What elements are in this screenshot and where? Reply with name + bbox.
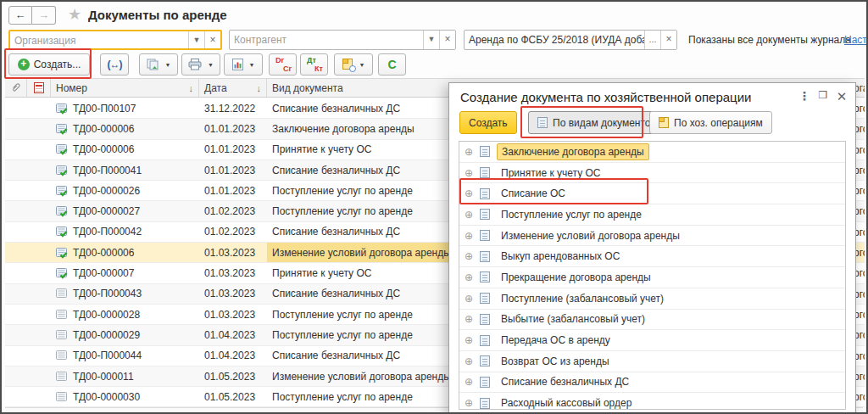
document-type-item[interactable]: ⊕Списание ОС <box>459 183 845 204</box>
document-sheet-icon <box>480 377 490 388</box>
dtkt-postings-button[interactable]: ДтКт <box>300 53 328 76</box>
expand-icon[interactable]: ⊕ <box>465 272 473 283</box>
organization-clear-icon[interactable]: × <box>204 31 220 48</box>
dialog-menu-icon[interactable]: ⋮ <box>798 89 811 103</box>
journal-filter[interactable]: Аренда по ФСБУ 25/2018 (ИУДА добавлен ..… <box>464 30 677 50</box>
contragent-dropdown-icon[interactable]: ▼ <box>423 31 439 49</box>
dtkt-icon: ДтКт <box>307 57 321 72</box>
dropdown-caret-icon: ▼ <box>359 62 365 68</box>
document-type-item[interactable]: ⊕Возврат ОС из аренды <box>459 351 845 372</box>
document-date: 01.03.2023 <box>199 284 267 304</box>
back-button[interactable]: ← <box>8 6 32 25</box>
document-type-item[interactable]: ⊕Расходный кассовый ордер <box>459 393 845 410</box>
by-document-types-toggle[interactable]: По видам документов <box>528 111 665 134</box>
dialog-close-icon[interactable]: ✕ <box>835 89 849 104</box>
attachment-cell <box>5 346 27 366</box>
expand-icon[interactable]: ⊕ <box>465 377 473 387</box>
expand-icon[interactable]: ⊕ <box>465 210 473 220</box>
number-column-header[interactable]: Номер ↓ <box>51 79 199 97</box>
document-date: 01.05.2023 <box>199 366 267 386</box>
expand-icon[interactable]: ⊕ <box>465 356 473 366</box>
document-type-label: Выкуп арендованных ОС <box>497 249 624 264</box>
attachment-column-header[interactable] <box>5 79 27 97</box>
document-types-tree: ⊕Заключение договора аренды⊕Принятие к у… <box>459 141 846 410</box>
state-cell <box>27 140 51 159</box>
document-date: 01.01.2023 <box>199 140 267 159</box>
expand-icon[interactable]: ⊕ <box>465 251 473 261</box>
expand-icon[interactable]: ⊕ <box>465 294 473 304</box>
state-cell <box>27 222 51 242</box>
expand-icon[interactable]: ⊕ <box>465 147 473 157</box>
document-type-label: Возврат ОС из аренды <box>497 354 613 369</box>
attachment-cell <box>5 387 27 406</box>
journal-more-icon[interactable]: ... <box>644 31 660 49</box>
document-register-button[interactable]: ▼ <box>334 53 373 76</box>
document-number: ТД00-000011 <box>73 371 134 383</box>
copy-documents-button[interactable]: ▼ <box>139 53 178 76</box>
attachment-cell <box>5 201 27 221</box>
create-button-label: Создать... <box>34 59 81 70</box>
favorite-star-icon[interactable]: ★ <box>68 5 81 24</box>
contragent-clear-icon[interactable]: × <box>439 31 455 49</box>
expand-icon[interactable]: ⊕ <box>465 314 473 324</box>
expand-icon[interactable]: ⊕ <box>465 398 473 408</box>
document-number: ТД00-0000028 <box>73 309 140 321</box>
expand-icon[interactable]: ⊕ <box>465 335 473 345</box>
dialog-create-label: Создать <box>469 117 508 129</box>
document-number: ТД00-0000026 <box>73 185 140 197</box>
document-type-item[interactable]: ⊕Прекращение договора аренды <box>459 267 845 288</box>
document-type-item[interactable]: ⊕Списание безналичных ДС <box>459 372 845 394</box>
document-type-item[interactable]: ⊕Заключение договора аренды <box>459 142 845 163</box>
attachment-cell <box>5 140 27 159</box>
attachment-cell <box>5 181 27 200</box>
document-posted-icon <box>56 143 68 155</box>
contragent-filter[interactable]: Контрагент ▼ × <box>229 30 456 50</box>
expand-icon[interactable]: ⊕ <box>465 168 473 178</box>
state-cell <box>27 201 51 221</box>
dialog-create-button[interactable]: Создать <box>459 111 517 134</box>
organization-dropdown-icon[interactable]: ▼ <box>188 31 204 48</box>
document-type-label: Принятие к учету ОС <box>497 165 604 181</box>
printer-icon <box>188 59 202 70</box>
document-number: ТД00-000006 <box>73 143 134 155</box>
state-cell <box>27 243 51 262</box>
document-sheet-icon <box>480 167 490 178</box>
date-column-header[interactable]: Дата ↓ <box>199 79 267 97</box>
show-links-button[interactable]: (↔) <box>100 53 129 76</box>
by-operations-toggle[interactable]: По хоз. операциям <box>649 111 772 134</box>
reports-button[interactable]: ▼ <box>224 53 263 76</box>
document-posted-icon <box>56 165 68 176</box>
document-type-item[interactable]: ⊕Передача ОС в аренду <box>459 330 845 351</box>
forward-button[interactable]: → <box>32 6 56 25</box>
document-type-item[interactable]: ⊕Выкуп арендованных ОС <box>459 246 845 267</box>
journal-clear-icon[interactable]: × <box>660 31 676 49</box>
document-type-item[interactable]: ⊕Поступление услуг по аренде <box>459 204 845 226</box>
document-unposted-icon <box>56 391 68 403</box>
document-unposted-icon <box>56 350 68 361</box>
document-posted-icon <box>56 267 68 279</box>
refresh-button[interactable]: C <box>378 53 406 76</box>
document-sheet-icon <box>480 230 490 241</box>
create-button[interactable]: + Создать... <box>8 53 90 76</box>
dialog-maximize-icon[interactable]: ❒ <box>816 89 830 101</box>
nav-buttons: ← → <box>8 6 56 25</box>
print-button[interactable]: ▼ <box>181 53 220 76</box>
attachment-cell <box>5 98 27 118</box>
drcr-postings-button[interactable]: DrCr <box>269 53 297 76</box>
document-date: 01.03.2023 <box>199 243 267 262</box>
state-column-header[interactable] <box>27 79 51 97</box>
document-type-item[interactable]: ⊕Изменение условий договора аренды <box>459 226 845 247</box>
expand-icon[interactable]: ⊕ <box>465 188 473 199</box>
document-type-item[interactable]: ⊕Поступление (забалансовый учет) <box>459 288 845 310</box>
document-type-item[interactable]: ⊕Принятие к учету ОС <box>459 163 845 184</box>
organization-filter[interactable]: Организация ▼ × <box>8 30 222 50</box>
state-cell <box>27 98 51 118</box>
attachment-cell <box>5 305 27 324</box>
document-type-item[interactable]: ⊕Выбытие (забалансовый учет) <box>459 310 845 331</box>
document-sheet-icon <box>480 398 490 409</box>
expand-icon[interactable]: ⊕ <box>465 231 473 241</box>
document-clock-icon <box>342 59 353 70</box>
attachment-cell <box>5 119 27 138</box>
configure-list-link[interactable]: Настро <box>844 34 868 46</box>
document-type-label: Списание ОС <box>497 186 570 201</box>
